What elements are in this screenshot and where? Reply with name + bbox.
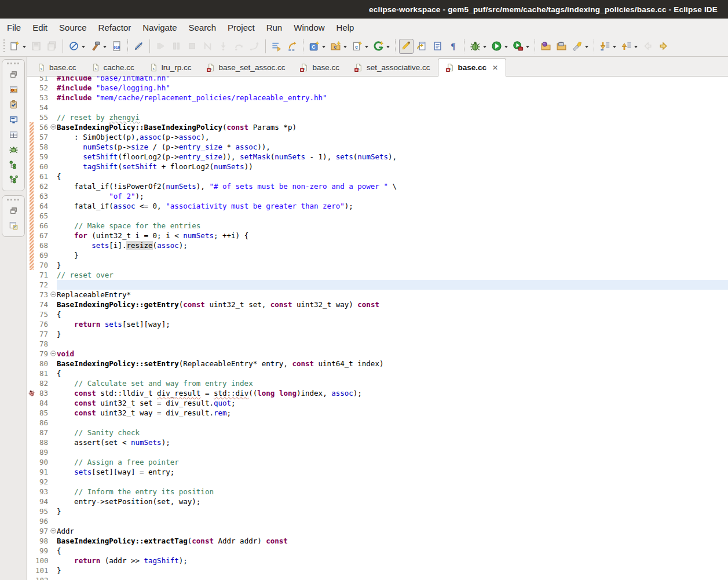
new-wizard-button[interactable]: [8, 39, 28, 54]
skip-breakpoints-button[interactable]: [67, 39, 87, 54]
code-text[interactable]: }: [57, 250, 728, 260]
code-text[interactable]: [57, 477, 728, 487]
forward-history-button[interactable]: [656, 39, 671, 54]
dropdown-arrow-icon[interactable]: [613, 46, 616, 50]
new-make-target-button[interactable]: [371, 39, 392, 54]
menu-item-search[interactable]: Search: [182, 20, 222, 35]
code-text[interactable]: // reset over: [57, 270, 728, 280]
run-button[interactable]: [489, 39, 510, 54]
panel-drag-handle[interactable]: [7, 199, 20, 200]
outline-view-button[interactable]: C: [6, 218, 20, 232]
tab-base.cc[interactable]: cbase.cc✕: [438, 58, 507, 76]
tab-base_set_assoc.cc[interactable]: cbase_set_assoc.cc: [199, 59, 293, 76]
fold-collapse-icon[interactable]: [50, 122, 57, 132]
current-line[interactable]: [57, 280, 728, 290]
code-text[interactable]: "of 2");: [57, 191, 728, 201]
search-button[interactable]: [570, 39, 590, 54]
project-explorer-view-button[interactable]: [6, 82, 20, 96]
code-text[interactable]: // Assign a free pointer: [57, 457, 728, 467]
code-text[interactable]: [57, 575, 728, 580]
debug-spider-view-button[interactable]: [6, 143, 20, 156]
build-button[interactable]: [88, 39, 108, 54]
tab-lru_rp.cc[interactable]: clru_rp.cc: [142, 59, 199, 76]
code-text[interactable]: const std::lldiv_t div_result = std::div…: [57, 388, 728, 398]
dropdown-arrow-icon[interactable]: [526, 46, 529, 50]
menu-item-window[interactable]: Window: [288, 20, 330, 35]
code-text[interactable]: BaseIndexingPolicy::BaseIndexingPolicy(c…: [57, 122, 728, 132]
mark-occurrences-slash-button[interactable]: [131, 39, 146, 54]
code-text[interactable]: sets[i].resize(assoc);: [57, 240, 728, 250]
code-text[interactable]: Addr: [57, 526, 728, 536]
highlighter-button[interactable]: [399, 39, 414, 54]
instruction-stepping-button[interactable]: [269, 39, 284, 54]
menu-item-source[interactable]: Source: [53, 20, 93, 35]
dropdown-arrow-icon[interactable]: [504, 46, 508, 50]
code-text[interactable]: // Calculate set and way from entry inde…: [57, 378, 728, 388]
open-resource-button[interactable]: [554, 39, 569, 54]
code-text[interactable]: : SimObject(p),assoc(p->assoc),: [57, 132, 728, 142]
code-text[interactable]: }: [57, 566, 728, 575]
new-c-folder-button[interactable]: c: [328, 39, 349, 54]
code-text[interactable]: [57, 447, 728, 457]
code-text[interactable]: }: [57, 329, 728, 339]
code-text[interactable]: [57, 211, 728, 221]
menu-item-navigate[interactable]: Navigate: [137, 20, 182, 35]
code-text[interactable]: void: [57, 349, 728, 359]
code-text[interactable]: numSets(p->size / (p->entry_size * assoc…: [57, 142, 728, 152]
binary-file-button[interactable]: 010: [109, 39, 124, 54]
tab-cache.cc[interactable]: ccache.cc: [84, 59, 142, 76]
console-view-button[interactable]: [6, 112, 20, 126]
code-text[interactable]: return sets[set][way];: [57, 319, 728, 329]
fold-collapse-icon[interactable]: [50, 526, 57, 536]
debug-button[interactable]: [468, 39, 488, 54]
menu-item-project[interactable]: Project: [222, 20, 261, 35]
code-text[interactable]: assert(set < numSets);: [57, 437, 728, 447]
properties-view-button[interactable]: [6, 127, 20, 141]
dropdown-arrow-icon[interactable]: [343, 46, 347, 50]
tab-set_associative.cc[interactable]: cset_associative.cc: [347, 59, 438, 76]
restore-view-view-button[interactable]: [6, 67, 20, 81]
open-type-button[interactable]: [539, 39, 553, 54]
dropdown-arrow-icon[interactable]: [23, 46, 26, 50]
dropdown-arrow-icon[interactable]: [365, 46, 368, 50]
code-text[interactable]: #include "mem/cache/replacement_policies…: [57, 93, 728, 103]
code-text[interactable]: // Inform the entry its position: [57, 487, 728, 497]
type-hierarchy-view-button[interactable]: [6, 173, 20, 187]
tab-base.cc[interactable]: cbase.cc: [292, 59, 347, 76]
code-text[interactable]: BaseIndexingPolicy::setEntry(Replaceable…: [57, 359, 728, 369]
call-hierarchy-view-button[interactable]: [6, 158, 20, 172]
code-text[interactable]: const uint32_t set = div_result.quot;: [57, 398, 728, 408]
dropdown-arrow-icon[interactable]: [82, 46, 85, 50]
profile-button[interactable]: [511, 39, 531, 54]
code-editor[interactable]: 51#include "base/intmath.hh"52#include "…: [27, 76, 728, 580]
dropdown-arrow-icon[interactable]: [322, 46, 325, 50]
menu-item-run[interactable]: Run: [261, 20, 288, 35]
code-text[interactable]: }: [57, 506, 728, 516]
dropdown-arrow-icon[interactable]: [386, 46, 390, 50]
dropdown-arrow-icon[interactable]: [634, 46, 638, 50]
menu-item-help[interactable]: Help: [331, 20, 360, 35]
code-text[interactable]: {: [57, 172, 728, 181]
code-text[interactable]: }: [57, 260, 728, 270]
new-c-class-button[interactable]: c: [350, 39, 370, 54]
code-text[interactable]: sets[set][way] = entry;: [57, 467, 728, 477]
code-text[interactable]: #include "base/intmath.hh": [57, 76, 728, 83]
link-with-editor-button[interactable]: [415, 39, 429, 54]
code-text[interactable]: BaseIndexingPolicy::extractTag(const Add…: [57, 536, 728, 546]
restore-view-view-button[interactable]: [6, 203, 20, 217]
code-text[interactable]: const uint32_t way = div_result.rem;: [57, 408, 728, 418]
code-text[interactable]: {: [57, 309, 728, 319]
previous-edit-location-button[interactable]: [619, 39, 639, 54]
show-whitespace-button[interactable]: ¶: [446, 39, 460, 54]
dropdown-arrow-icon[interactable]: [483, 46, 486, 50]
code-text[interactable]: BaseIndexingPolicy::getEntry(const uint3…: [57, 300, 728, 309]
code-text[interactable]: return (addr >> tagShift);: [57, 556, 728, 566]
code-text[interactable]: for (uint32_t i = 0; i < numSets; ++i) {: [57, 231, 728, 240]
menu-item-edit[interactable]: Edit: [27, 20, 53, 35]
step-filters-button[interactable]: [285, 39, 299, 54]
last-edit-location-button[interactable]: [598, 39, 618, 54]
tab-base.cc[interactable]: cbase.cc: [30, 59, 84, 76]
show-selected-element-button[interactable]: [430, 39, 445, 54]
menu-item-file[interactable]: File: [1, 20, 27, 35]
menu-item-refactor[interactable]: Refactor: [93, 20, 137, 35]
